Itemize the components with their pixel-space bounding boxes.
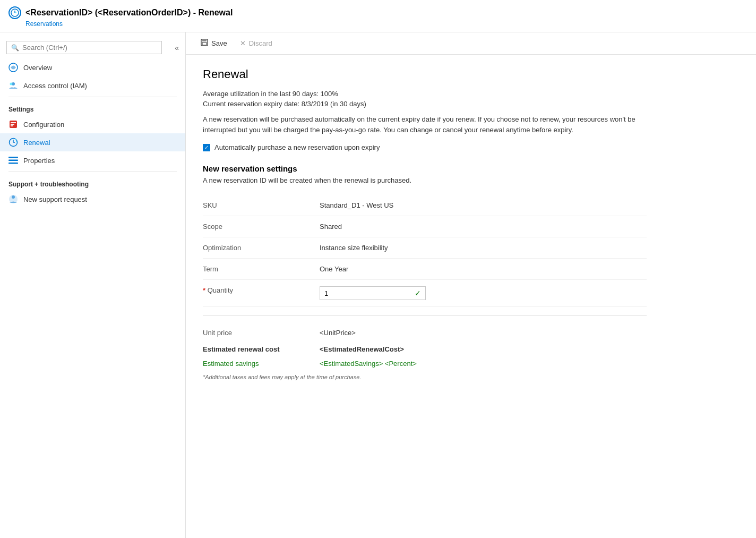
support-icon — [8, 194, 18, 204]
unit-price-label: Unit price — [203, 329, 320, 337]
estimated-cost-label: Estimated renewal cost — [203, 345, 320, 353]
page-title: Renewal — [203, 67, 647, 81]
new-reservation-section-title: New reservation settings — [203, 164, 647, 173]
main-content: Save ✕ Discard Renewal Average utilizati… — [186, 32, 756, 538]
svg-rect-19 — [202, 39, 207, 41]
unit-price-value: <UnitPrice> — [320, 329, 356, 337]
quantity-label: Quantity — [203, 286, 320, 294]
window-title: <ReservationID> (<ReservationOrderID>) -… — [25, 8, 233, 18]
header-title: <ReservationID> (<ReservationOrderID>) -… — [8, 6, 748, 19]
estimated-savings-value: <EstimatedSavings> <Percent> — [320, 360, 417, 368]
config-icon — [8, 119, 18, 129]
expiry-line: Current reservation expiry date: 8/3/201… — [203, 100, 647, 108]
content-area: Renewal Average utilization in the last … — [186, 55, 664, 393]
sku-value: Standard_D1 - West US — [320, 201, 647, 209]
tax-note: *Additional taxes and fees may apply at … — [203, 374, 647, 380]
scope-value: Shared — [320, 223, 647, 230]
scope-field-row: Scope Shared — [203, 216, 647, 237]
sidebar-item-label: New support request — [23, 195, 87, 203]
collapse-button[interactable]: « — [168, 39, 185, 56]
save-icon — [201, 39, 208, 48]
sidebar-divider — [8, 97, 177, 97]
estimated-cost-value: <EstimatedRenewalCost> — [320, 345, 404, 353]
svg-point-5 — [10, 83, 13, 86]
sku-field-row: SKU Standard_D1 - West US — [203, 195, 647, 216]
term-label: Term — [203, 265, 320, 273]
sidebar-item-overview[interactable]: Overview — [0, 58, 185, 76]
optimization-label: Optimization — [203, 244, 320, 252]
toolbar: Save ✕ Discard — [186, 32, 756, 55]
search-input[interactable] — [22, 44, 157, 52]
utilization-line: Average utilization in the last 90 days:… — [203, 90, 647, 98]
sidebar-item-label: Configuration — [23, 121, 64, 129]
quantity-field-row: Quantity ✓ — [203, 280, 647, 307]
term-value: One Year — [320, 265, 647, 273]
svg-rect-9 — [11, 125, 13, 126]
auto-renew-checkbox[interactable]: ✓ — [203, 144, 210, 151]
estimated-cost-row: Estimated renewal cost <EstimatedRenewal… — [203, 341, 647, 357]
sku-label: SKU — [203, 201, 320, 209]
svg-rect-14 — [8, 160, 18, 161]
breadcrumb[interactable]: Reservations — [25, 20, 748, 28]
sidebar-item-label: Renewal — [23, 139, 50, 147]
search-icon: 🔍 — [11, 44, 19, 52]
estimated-savings-label: Estimated savings — [203, 360, 320, 368]
new-reservation-section-desc: A new reservation ID will be created whe… — [203, 176, 647, 184]
svg-point-17 — [12, 195, 15, 199]
save-button[interactable]: Save — [199, 38, 229, 49]
discard-button[interactable]: ✕ Discard — [238, 38, 274, 48]
svg-rect-8 — [11, 124, 14, 125]
price-divider — [203, 315, 647, 316]
sidebar: 🔍 « Overview — [0, 32, 186, 538]
sidebar-item-new-support[interactable]: New support request — [0, 190, 185, 208]
auto-renew-checkbox-row[interactable]: ✓ Automatically purchase a new reservati… — [203, 143, 647, 151]
term-field-row: Term One Year — [203, 259, 647, 280]
reservation-icon — [8, 6, 21, 19]
optimization-field-row: Optimization Instance size flexibility — [203, 237, 647, 259]
estimated-savings-row: Estimated savings <EstimatedSavings> <Pe… — [203, 357, 647, 370]
sidebar-item-label: Properties — [23, 157, 55, 165]
renewal-icon — [8, 138, 18, 147]
description-text: A new reservation will be purchased auto… — [203, 114, 647, 135]
svg-rect-15 — [8, 163, 18, 164]
settings-section-label: Settings — [0, 99, 185, 115]
optimization-value: Instance size flexibility — [320, 244, 647, 252]
sidebar-item-configuration[interactable]: Configuration — [0, 115, 185, 133]
svg-rect-13 — [8, 157, 18, 158]
sidebar-item-iam[interactable]: Access control (IAM) — [0, 76, 185, 95]
sidebar-item-properties[interactable]: Properties — [0, 151, 185, 169]
discard-icon: ✕ — [240, 39, 246, 47]
quantity-valid-icon: ✓ — [415, 289, 421, 297]
sidebar-item-label: Overview — [23, 64, 52, 72]
sidebar-item-renewal[interactable]: Renewal — [0, 133, 185, 151]
quantity-input-wrapper: ✓ — [320, 286, 647, 300]
iam-icon — [8, 81, 18, 90]
unit-price-row: Unit price <UnitPrice> — [203, 324, 647, 341]
header: <ReservationID> (<ReservationOrderID>) -… — [0, 0, 756, 32]
search-box[interactable]: 🔍 — [6, 41, 162, 54]
scope-label: Scope — [203, 223, 320, 230]
quantity-stepper[interactable] — [324, 289, 415, 297]
sidebar-divider-2 — [8, 172, 177, 172]
overview-icon — [8, 63, 18, 72]
quantity-input-box[interactable]: ✓ — [320, 286, 426, 300]
svg-rect-7 — [11, 122, 16, 123]
support-section-label: Support + troubleshooting — [0, 174, 185, 190]
svg-rect-20 — [202, 42, 207, 45]
checkmark-icon: ✓ — [204, 144, 209, 150]
checkbox-label: Automatically purchase a new reservation… — [214, 143, 380, 151]
properties-icon — [8, 156, 18, 165]
sidebar-item-label: Access control (IAM) — [23, 82, 87, 90]
